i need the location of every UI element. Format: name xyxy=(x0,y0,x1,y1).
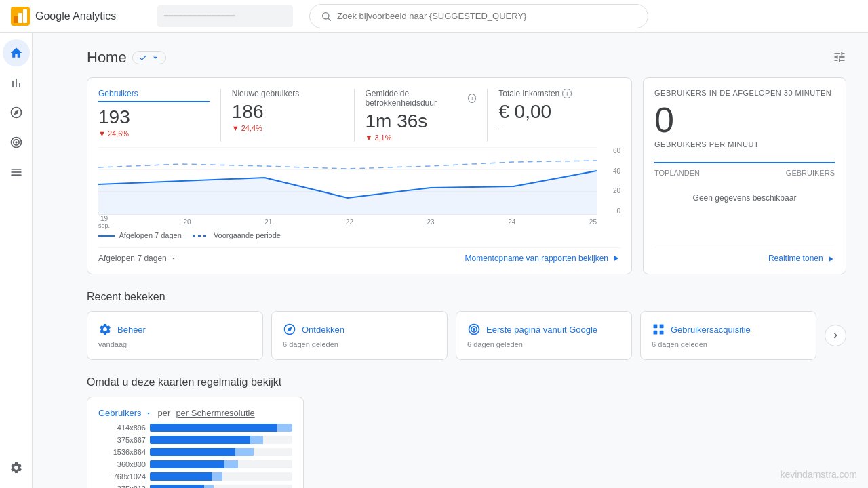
realtime-col-toplanden: TOPLANDEN xyxy=(654,169,700,177)
recent-card-header-ontdekken: Ontdekken xyxy=(283,323,436,336)
sidebar-item-reports[interactable] xyxy=(3,69,30,96)
bar-fill-light xyxy=(235,448,254,456)
sidebar-item-home[interactable] xyxy=(3,39,30,66)
recent-card-beheer[interactable]: Beheer vandaag xyxy=(87,311,263,360)
sidebar-item-configure[interactable] xyxy=(3,159,30,186)
stats-card: Gebruikers 193 ▼ 24,6% Nieuwe gebruikers… xyxy=(87,77,632,274)
stat-gebruikers-change: ▼ 24,6% xyxy=(98,129,210,138)
bar-fill-blue xyxy=(150,460,224,468)
view-report-snapshot-link[interactable]: Momentopname van rapporten bekijken xyxy=(465,253,620,263)
legend-line-current xyxy=(98,235,115,237)
recent-card-time-beheer: vandaag xyxy=(98,340,252,348)
realtime-col-gebruikers: GEBRUIKERS xyxy=(786,169,835,177)
info-icon-inkomsten[interactable]: i xyxy=(562,89,572,98)
stats-realtime-row: Gebruikers 193 ▼ 24,6% Nieuwe gebruikers… xyxy=(87,77,846,274)
y-label-60: 60 xyxy=(613,147,620,155)
chart-yaxis: 60 40 20 0 xyxy=(600,147,620,215)
search-input[interactable] xyxy=(337,11,637,21)
list-icon xyxy=(9,165,23,179)
recent-card-ontdekken[interactable]: Ontdekken 6 dagen geleden xyxy=(271,311,448,360)
because-chart-subtitle: per Schermresolutie xyxy=(176,408,254,418)
svg-line-5 xyxy=(328,18,331,21)
sidebar-item-advertising[interactable] xyxy=(3,129,30,156)
stat-inkomsten: Totale inkomsten i € 0,00 – xyxy=(488,89,620,142)
svg-rect-1 xyxy=(14,16,18,23)
bar-fill-light xyxy=(204,485,214,488)
search-box[interactable] xyxy=(309,4,648,28)
because-per-label: per xyxy=(158,408,171,418)
recent-card-name-beheer: Beheer xyxy=(117,325,146,335)
stat-betrokkenheid-change: ▼ 3,1% xyxy=(366,134,477,142)
chevron-down-icon xyxy=(170,254,178,262)
x-label-23: 23 xyxy=(427,218,435,226)
svg-rect-13 xyxy=(11,174,21,176)
x-label-19: 19sep. xyxy=(98,215,110,229)
bar-track xyxy=(150,448,292,456)
bar-fill-light xyxy=(250,436,262,444)
y-label-20: 20 xyxy=(613,187,620,195)
property-selector[interactable]: ━━━━━━━━━━━━━━━ xyxy=(157,5,293,27)
because-title: Omdat u deze kaarten regelmatig bekijkt xyxy=(87,376,846,388)
y-label-40: 40 xyxy=(613,167,620,175)
page-title: Home xyxy=(87,49,127,66)
page-status-badge[interactable] xyxy=(132,51,166,64)
bar-label: 360x800 xyxy=(98,460,146,468)
stat-inkomsten-change: – xyxy=(498,124,610,132)
bar-track xyxy=(150,424,292,432)
realtime-title: GEBRUIKERS IN DE AFGELOPEN 30 MINUTEN xyxy=(654,89,835,97)
compass-icon-ontdekken xyxy=(283,323,296,336)
gear-icon-beheer xyxy=(98,323,112,336)
stat-betrokkenheid: Gemiddelde betrokkenheidsduur i 1m 36s ▼… xyxy=(355,89,488,142)
recent-nav-next-button[interactable] xyxy=(825,325,846,346)
realtime-link[interactable]: Realtime tonen xyxy=(768,253,835,263)
bar-fill-light xyxy=(224,460,239,468)
recent-card-header-beheer: Beheer xyxy=(98,323,252,336)
because-section: Omdat u deze kaarten regelmatig bekijkt … xyxy=(87,376,846,488)
bar-row: 1536x864 xyxy=(98,448,292,456)
target-icon-google xyxy=(467,323,481,336)
search-icon xyxy=(321,11,332,22)
x-label-24: 24 xyxy=(508,218,515,226)
customize-icon-btn[interactable] xyxy=(833,50,846,66)
svg-marker-18 xyxy=(98,171,597,215)
legend-previous: Voorgaande periode xyxy=(193,231,281,239)
ga-logo-icon xyxy=(11,7,30,26)
chevron-right-icon xyxy=(830,330,841,341)
bar-label: 1536x864 xyxy=(98,448,146,456)
bar-fill-blue xyxy=(150,448,235,456)
sidebar-item-explore[interactable] xyxy=(3,99,30,126)
bar-chart-container: 414x896375x6671536x864360x800768x1024375… xyxy=(98,424,292,488)
topbar: Google Analytics ━━━━━━━━━━━━━━━ xyxy=(0,0,868,33)
compass-icon xyxy=(9,106,23,119)
info-icon-betrokkenheid[interactable]: i xyxy=(468,94,476,103)
main-content: Home Gebruikers 193 ▼ 24,6% Nieuwe gebru… xyxy=(65,33,868,488)
svg-rect-25 xyxy=(660,325,664,329)
recent-card-google[interactable]: Eerste pagina vanuit Google 6 dagen gele… xyxy=(456,311,632,360)
y-label-0: 0 xyxy=(616,207,620,215)
recent-card-name-ontdekken: Ontdekken xyxy=(302,325,344,335)
legend-current: Afgelopen 7 dagen xyxy=(98,231,182,239)
gear-icon xyxy=(9,461,23,474)
chart-area: 60 40 20 0 xyxy=(98,147,620,228)
search-area xyxy=(309,4,648,28)
legend-line-previous xyxy=(193,235,209,237)
stat-nieuwe-label: Nieuwe gebruikers xyxy=(232,89,343,98)
bar-row: 375x812 xyxy=(98,485,292,488)
page-title-area: Home xyxy=(87,49,166,66)
stat-betrokkenheid-label: Gemiddelde betrokkenheidsduur i xyxy=(366,89,477,108)
svg-point-23 xyxy=(473,329,475,331)
realtime-footer: Realtime tonen xyxy=(654,247,835,263)
bar-row: 360x800 xyxy=(98,460,292,468)
date-range-dropdown[interactable]: Afgelopen 7 dagen xyxy=(98,253,178,263)
bar-label: 375x667 xyxy=(98,436,146,444)
recent-card-acquisitie[interactable]: Gebruikersacquisitie 6 dagen geleden xyxy=(640,311,816,360)
arrow-right-icon-small xyxy=(827,255,835,263)
recent-card-time-acquisitie: 6 dagen geleden xyxy=(652,340,805,348)
stat-inkomsten-value: € 0,00 xyxy=(498,101,610,123)
realtime-card: GEBRUIKERS IN DE AFGELOPEN 30 MINUTEN 0 … xyxy=(643,77,846,274)
sidebar-item-settings[interactable] xyxy=(3,454,30,481)
recent-card-name-google: Eerste pagina vanuit Google xyxy=(486,325,597,335)
svg-marker-20 xyxy=(287,327,292,331)
bar-fill-light xyxy=(212,472,222,481)
page-header: Home xyxy=(87,49,846,66)
